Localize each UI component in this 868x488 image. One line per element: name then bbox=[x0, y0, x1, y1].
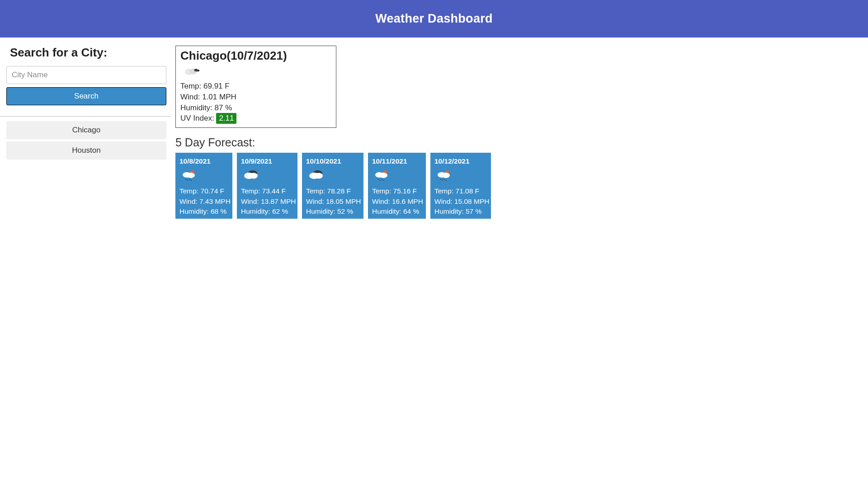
forecast-card: 10/11/2021Temp: 75.16 FWind: 16.6 MPHHum… bbox=[368, 153, 426, 219]
forecast-date: 10/10/2021 bbox=[306, 157, 359, 165]
forecast-temp: Temp: 75.16 F bbox=[372, 186, 422, 196]
current-temp: Temp: 69.91 F bbox=[180, 81, 331, 92]
current-uv: UV Index: 2.11 bbox=[180, 113, 331, 124]
current-wind: Wind: 1.01 MPH bbox=[180, 92, 331, 103]
forecast-row: 10/8/2021Temp: 70.74 FWind: 7.43 MPHHumi… bbox=[175, 153, 491, 219]
forecast-date: 10/11/2021 bbox=[372, 157, 422, 165]
forecast-humidity: Humidity: 64 % bbox=[372, 206, 422, 216]
forecast-humidity: Humidity: 57 % bbox=[434, 206, 487, 216]
forecast-heading: 5 Day Forecast: bbox=[175, 136, 491, 149]
forecast-card: 10/12/2021Temp: 71.08 FWind: 15.08 MPHHu… bbox=[430, 153, 491, 219]
forecast-card: 10/10/2021Temp: 78.28 FWind: 18.05 MPHHu… bbox=[302, 153, 363, 219]
forecast-wind: Wind: 16.6 MPH bbox=[372, 197, 422, 206]
forecast-temp: Temp: 71.08 F bbox=[434, 186, 487, 196]
forecast-wind: Wind: 15.08 MPH bbox=[434, 197, 487, 206]
current-weather-panel: Chicago(10/7/2021) Temp: 69.91 F Wind: 1… bbox=[175, 46, 336, 128]
forecast-wind: Wind: 7.43 MPH bbox=[179, 197, 228, 206]
forecast-wind: Wind: 13.87 MPH bbox=[241, 197, 293, 206]
main-layout: Search for a City: Search Chicago Housto… bbox=[0, 38, 868, 219]
forecast-temp: Temp: 78.28 F bbox=[306, 186, 359, 196]
forecast-temp: Temp: 70.74 F bbox=[179, 186, 228, 196]
current-city-date: Chicago(10/7/2021) bbox=[180, 49, 331, 63]
main-content: Chicago(10/7/2021) Temp: 69.91 F Wind: 1… bbox=[171, 38, 495, 219]
sun-rain-icon bbox=[436, 169, 487, 182]
sun-rain-icon bbox=[181, 169, 228, 182]
history-item-chicago[interactable]: Chicago bbox=[6, 121, 166, 139]
forecast-wind: Wind: 18.05 MPH bbox=[306, 197, 359, 206]
forecast-card: 10/9/2021Temp: 73.44 FWind: 13.87 MPHHum… bbox=[237, 153, 297, 219]
uv-label: UV Index: bbox=[180, 114, 216, 122]
page-title: Weather Dashboard bbox=[0, 12, 868, 26]
search-heading: Search for a City: bbox=[10, 46, 166, 60]
overcast-icon bbox=[183, 66, 331, 76]
uv-index-badge: 2.11 bbox=[216, 113, 236, 124]
cloudy-dark-icon bbox=[308, 169, 359, 182]
search-button[interactable]: Search bbox=[6, 87, 166, 105]
sidebar: Search for a City: Search Chicago Housto… bbox=[0, 38, 171, 162]
current-humidity: Humidity: 87 % bbox=[180, 103, 331, 113]
city-search-input[interactable] bbox=[6, 66, 166, 84]
sun-rain-icon bbox=[374, 169, 422, 182]
forecast-date: 10/9/2021 bbox=[241, 157, 293, 165]
forecast-date: 10/8/2021 bbox=[179, 157, 228, 165]
forecast-humidity: Humidity: 68 % bbox=[179, 206, 228, 216]
forecast-temp: Temp: 73.44 F bbox=[241, 186, 293, 196]
forecast-humidity: Humidity: 52 % bbox=[306, 206, 359, 216]
app-header: Weather Dashboard bbox=[0, 0, 868, 38]
forecast-humidity: Humidity: 62 % bbox=[241, 206, 293, 216]
forecast-card: 10/8/2021Temp: 70.74 FWind: 7.43 MPHHumi… bbox=[175, 153, 232, 219]
cloudy-dark-icon bbox=[243, 169, 293, 182]
forecast-date: 10/12/2021 bbox=[434, 157, 487, 165]
history-item-houston[interactable]: Houston bbox=[6, 141, 166, 160]
sidebar-divider bbox=[0, 116, 171, 117]
